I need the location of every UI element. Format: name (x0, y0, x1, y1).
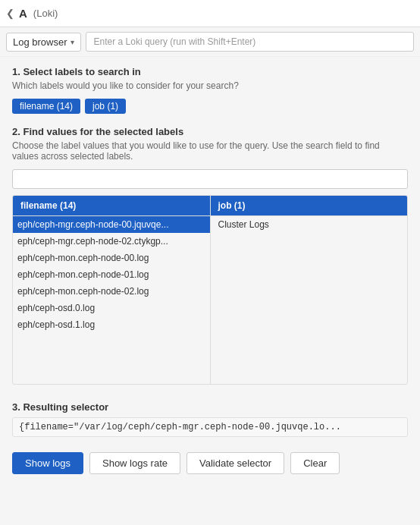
column-0: filename (14)eph/ceph-mgr.ceph-node-00.j… (13, 196, 211, 384)
label-tag[interactable]: filename (14) (12, 99, 80, 114)
app-icon: A (19, 7, 27, 20)
top-bar: ❮ A (Loki) (0, 0, 420, 27)
log-browser-button[interactable]: Log browser ▾ (6, 33, 81, 52)
list-item[interactable]: eph/ceph-osd.0.log (13, 300, 210, 316)
selector-value: {filename="/var/log/ceph/ceph-mgr.ceph-n… (12, 417, 408, 437)
section3: 3. Resulting selector {filename="/var/lo… (0, 394, 420, 437)
main-panel: 1. Select labels to search in Which labe… (0, 57, 420, 394)
list-item[interactable]: eph/ceph-mon.ceph-node-00.log (13, 250, 210, 266)
clear-button[interactable]: Clear (290, 452, 340, 474)
validate-selector-button[interactable]: Validate selector (186, 452, 284, 474)
list-item[interactable]: eph/ceph-mgr.ceph-node-00.jquvqe... (13, 216, 210, 233)
section1-subtitle: Which labels would you like to consider … (12, 80, 408, 91)
columns-container: filename (14)eph/ceph-mgr.ceph-node-00.j… (12, 195, 408, 385)
label-tag[interactable]: job (1) (85, 99, 126, 114)
list-item[interactable]: eph/ceph-mon.ceph-node-01.log (13, 266, 210, 283)
list-item[interactable]: eph/ceph-osd.1.log (13, 316, 210, 333)
column-header-0[interactable]: filename (14) (13, 196, 210, 216)
log-browser-label: Log browser (13, 36, 67, 48)
section1-title: 1. Select labels to search in (12, 66, 408, 77)
chevron-icon[interactable]: ❮ (6, 8, 14, 19)
section2-subtitle: Choose the label values that you would l… (12, 140, 408, 162)
section1-tags: filename (14)job (1) (12, 99, 408, 114)
list-item[interactable]: eph/ceph-mon.ceph-node-02.log (13, 283, 210, 300)
show-logs-rate-button[interactable]: Show logs rate (89, 452, 180, 474)
column-items-0: eph/ceph-mgr.ceph-node-00.jquvqe...eph/c… (13, 216, 210, 384)
top-bar-title: (Loki) (33, 8, 58, 19)
column-header-1[interactable]: job (1) (211, 196, 408, 216)
section2: 2. Find values for the selected labels C… (12, 126, 408, 385)
list-item[interactable]: Cluster Logs (211, 216, 408, 233)
column-1: job (1)Cluster Logs (211, 196, 408, 384)
section3-title: 3. Resulting selector (12, 401, 408, 413)
log-browser-chevron-icon: ▾ (71, 38, 74, 46)
action-buttons: Show logsShow logs rateValidate selector… (0, 445, 420, 482)
show-logs-button[interactable]: Show logs (12, 452, 83, 474)
query-bar: Log browser ▾ (0, 27, 420, 57)
section2-title: 2. Find values for the selected labels (12, 126, 408, 137)
section1: 1. Select labels to search in Which labe… (12, 66, 408, 114)
query-input[interactable] (86, 32, 414, 52)
list-item[interactable]: eph/ceph-mgr.ceph-node-02.ctykgp... (13, 233, 210, 250)
search-input[interactable] (12, 169, 408, 189)
column-items-1: Cluster Logs (211, 216, 408, 384)
